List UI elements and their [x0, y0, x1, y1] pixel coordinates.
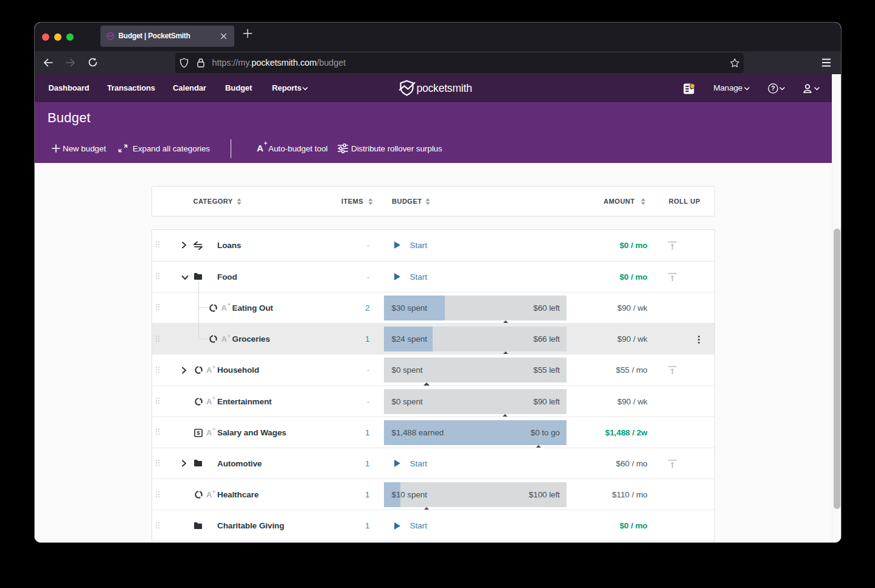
svg-text:$: $	[197, 429, 200, 436]
svg-text:?: ?	[771, 85, 775, 92]
